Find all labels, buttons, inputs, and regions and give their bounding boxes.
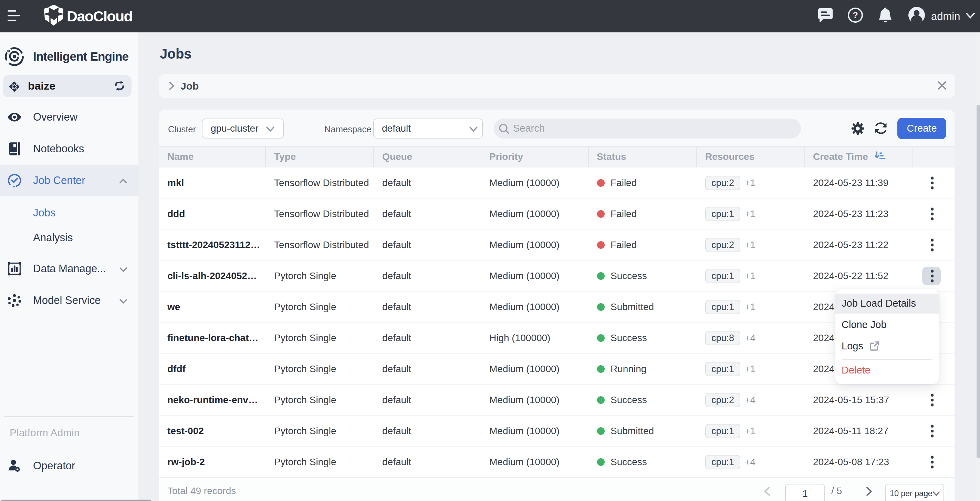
- svg-text:?: ?: [853, 10, 858, 20]
